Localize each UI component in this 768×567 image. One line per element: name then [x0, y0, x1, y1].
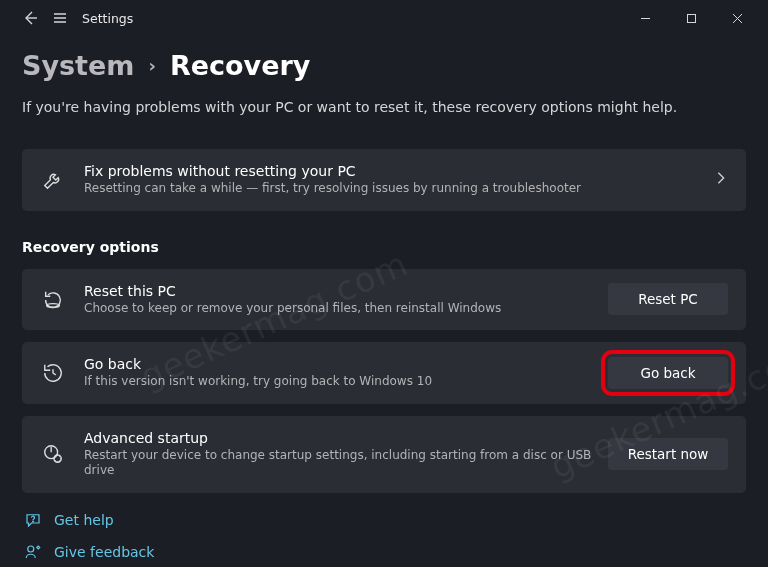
get-help-label: Get help — [54, 512, 114, 528]
page-title: Recovery — [170, 50, 310, 81]
minimize-button[interactable] — [622, 3, 668, 33]
reset-subtitle: Choose to keep or remove your personal f… — [84, 301, 596, 317]
chevron-right-icon — [714, 171, 728, 188]
reset-title: Reset this PC — [84, 283, 596, 299]
svg-point-3 — [54, 455, 61, 462]
get-help-link[interactable]: Get help — [24, 511, 746, 529]
menu-icon[interactable] — [52, 10, 68, 26]
svg-rect-0 — [687, 14, 695, 22]
chevron-right-icon: › — [148, 55, 155, 76]
go-back-button[interactable]: Go back — [608, 357, 728, 389]
fix-title: Fix problems without resetting your PC — [84, 163, 702, 179]
maximize-button[interactable] — [668, 3, 714, 33]
restart-now-button[interactable]: Restart now — [608, 438, 728, 470]
advanced-subtitle: Restart your device to change startup se… — [84, 448, 596, 479]
titlebar: Settings — [0, 0, 768, 36]
close-button[interactable] — [714, 3, 760, 33]
content: System › Recovery If you're having probl… — [0, 36, 768, 561]
breadcrumb: System › Recovery — [22, 50, 746, 81]
fix-problems-card[interactable]: Fix problems without resetting your PC R… — [22, 149, 746, 211]
app-title: Settings — [82, 11, 133, 26]
give-feedback-label: Give feedback — [54, 544, 154, 560]
give-feedback-link[interactable]: Give feedback — [24, 543, 746, 561]
reset-pc-button[interactable]: Reset PC — [608, 283, 728, 315]
breadcrumb-parent[interactable]: System — [22, 50, 134, 81]
svg-point-5 — [28, 546, 34, 552]
power-gear-icon — [40, 441, 66, 467]
intro-text: If you're having problems with your PC o… — [22, 99, 746, 115]
svg-point-4 — [33, 521, 34, 522]
section-label: Recovery options — [22, 239, 746, 255]
goback-title: Go back — [84, 356, 596, 372]
reset-icon — [40, 286, 66, 312]
goback-subtitle: If this version isn't working, try going… — [84, 374, 596, 390]
feedback-icon — [24, 543, 42, 561]
chat-help-icon — [24, 511, 42, 529]
footer-links: Get help Give feedback — [22, 511, 746, 561]
wrench-icon — [40, 167, 66, 193]
back-icon[interactable] — [22, 10, 38, 26]
advanced-startup-card: Advanced startup Restart your device to … — [22, 416, 746, 493]
fix-subtitle: Resetting can take a while — first, try … — [84, 181, 702, 197]
advanced-title: Advanced startup — [84, 430, 596, 446]
history-icon — [40, 360, 66, 386]
go-back-card: Go back If this version isn't working, t… — [22, 342, 746, 404]
reset-pc-card: Reset this PC Choose to keep or remove y… — [22, 269, 746, 331]
